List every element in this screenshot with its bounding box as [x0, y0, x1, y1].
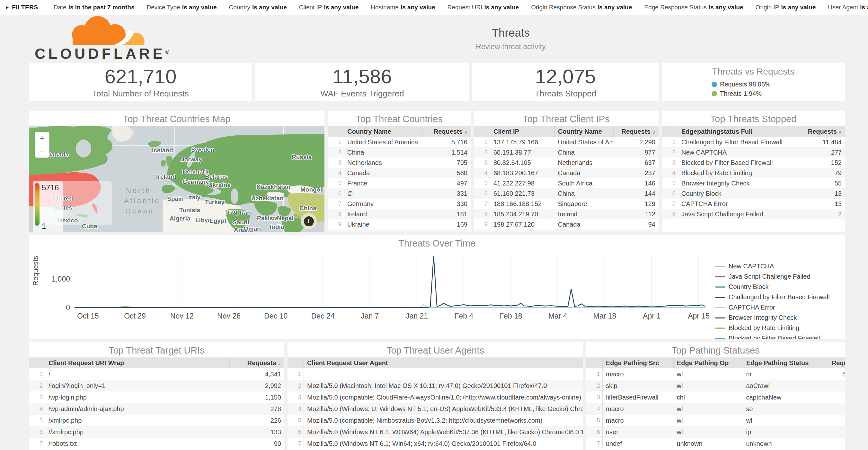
cell[interactable]: 181: [423, 209, 471, 219]
cell[interactable]: Netherlands: [344, 157, 423, 168]
cell[interactable]: 90: [230, 438, 285, 449]
cell[interactable]: China: [344, 147, 423, 157]
cell[interactable]: /robots.txt: [45, 438, 230, 449]
map-info-button[interactable]: i: [301, 213, 317, 229]
cell[interactable]: /login/?login_only=1: [45, 380, 230, 391]
cell[interactable]: 94: [614, 219, 659, 230]
cell[interactable]: Mozilla/5.0 (Windows; U; Windows NT 5.1;…: [304, 403, 583, 415]
cell[interactable]: wl: [674, 403, 743, 415]
cell[interactable]: 330: [423, 199, 471, 209]
legend-item[interactable]: Requests 98.06%: [712, 81, 795, 88]
cell[interactable]: 112: [614, 209, 659, 219]
cell[interactable]: Netherlands: [555, 157, 614, 168]
cell[interactable]: Mozilla/5.0 (Macintosh; Intel Mac OS X 1…: [304, 380, 583, 391]
cell[interactable]: unknown: [743, 438, 817, 449]
cell[interactable]: undef: [603, 438, 674, 449]
cell[interactable]: /wp-login.php: [45, 391, 230, 403]
cell[interactable]: Browser Integrity Check: [678, 178, 790, 188]
cell[interactable]: New CAPTCHA: [678, 147, 790, 157]
column-header-edge-pathing-status[interactable]: Edge Pathing Status: [743, 357, 817, 368]
cell[interactable]: 129: [614, 199, 659, 209]
cell[interactable]: 188.166.188.152: [490, 199, 555, 209]
legend-item[interactable]: Threats 1.94%: [712, 90, 795, 97]
filter-client-ip[interactable]: Client IPis any value: [299, 4, 359, 11]
cell[interactable]: wl: [674, 415, 743, 426]
cell[interactable]: skip: [603, 380, 674, 391]
cell[interactable]: Singapore: [344, 230, 423, 232]
cell[interactable]: 278: [230, 403, 285, 415]
filter-request-uri[interactable]: Request URIis any value: [447, 4, 519, 11]
cell[interactable]: Blocked by Rate Limiting: [678, 168, 790, 178]
cell[interactable]: 68.183.200.167: [490, 168, 555, 178]
filter-date[interactable]: Dateis in the past 7 months: [54, 4, 134, 11]
cell[interactable]: 61.160.221.73: [490, 188, 555, 199]
cell[interactable]: Mozilla/5.0 (Windows NT 6.1; Win64; x64;…: [304, 438, 583, 449]
cell[interactable]: nr: [743, 368, 817, 380]
cell[interactable]: ip: [743, 426, 817, 438]
column-header-country-name[interactable]: Country Name: [344, 126, 423, 137]
cell[interactable]: 1,150: [230, 391, 285, 403]
cell[interactable]: 226: [230, 415, 285, 426]
cell[interactable]: 41.222.227.98: [490, 178, 555, 188]
cell[interactable]: Canada: [344, 168, 423, 178]
filter-country[interactable]: Countryis any value: [229, 4, 286, 11]
cell[interactable]: 237: [614, 168, 659, 178]
cell[interactable]: ∅: [344, 188, 423, 199]
cell[interactable]: 37,834: [817, 380, 845, 391]
cell[interactable]: China: [555, 188, 614, 199]
cell[interactable]: 13: [790, 188, 845, 199]
legend-item[interactable]: Browser Integrity Check: [715, 314, 832, 322]
cell[interactable]: 137.175.79.166: [490, 137, 555, 147]
cell[interactable]: 60.191.38.77: [490, 147, 555, 157]
legend-item[interactable]: Java Script Challenge Failed: [715, 273, 832, 280]
filter-user-agent[interactable]: User Agentis any value: [828, 4, 868, 11]
cell[interactable]: 554,758: [817, 368, 845, 380]
cell[interactable]: 152: [790, 157, 845, 168]
column-header-requests[interactable]: Requests∨: [790, 126, 845, 137]
cell[interactable]: 133: [230, 426, 285, 438]
filter-edge-response-status[interactable]: Edge Response Statusis any value: [644, 4, 743, 11]
column-header-client-request-uri-wrap[interactable]: Client Request URI Wrap: [45, 357, 230, 368]
cell[interactable]: China: [555, 147, 614, 157]
column-header-edge-pathing-src[interactable]: Edge Pathing Src: [603, 357, 674, 368]
cell[interactable]: se: [743, 403, 817, 415]
cell[interactable]: 1,168: [817, 438, 845, 449]
column-header-requests[interactable]: Requests∨: [423, 126, 471, 137]
cell[interactable]: Ukraine: [344, 219, 423, 230]
cell[interactable]: Mozilla/5.0 (Windows NT 6.1; WOW64) Appl…: [304, 426, 583, 438]
cell[interactable]: Blocked by Filter Based Firewall: [678, 157, 790, 168]
legend-item[interactable]: New CAPTCHA: [715, 263, 832, 270]
cell[interactable]: 88: [614, 230, 659, 232]
filter-origin-response-status[interactable]: Origin Response Statusis any value: [531, 4, 632, 11]
cell[interactable]: 169: [423, 219, 471, 230]
cell[interactable]: chl: [674, 391, 743, 403]
filter-hostname[interactable]: Hostnameis any value: [371, 4, 435, 11]
cell[interactable]: 5,716: [423, 137, 471, 147]
cell[interactable]: 2,992: [230, 380, 285, 391]
map-zoom-out-button[interactable]: −: [35, 145, 49, 157]
cell[interactable]: //xmlrpc.php: [45, 426, 230, 438]
map-zoom-in-button[interactable]: +: [35, 132, 49, 145]
cell[interactable]: 61.160.247.127: [490, 230, 555, 232]
column-header-requests[interactable]: Requests∨: [817, 357, 845, 368]
cell[interactable]: Ireland: [555, 209, 614, 219]
column-header-requests[interactable]: Requests∨: [230, 357, 285, 368]
cell[interactable]: wl: [674, 368, 743, 380]
cell[interactable]: /: [45, 368, 230, 380]
cell[interactable]: 11,484: [790, 137, 845, 147]
cell[interactable]: 144: [614, 188, 659, 199]
legend-item[interactable]: Blocked by Rate Limiting: [715, 324, 832, 332]
filters-expand-icon[interactable]: ▶: [6, 5, 9, 10]
cell[interactable]: 560: [423, 168, 471, 178]
cell[interactable]: 331: [423, 188, 471, 199]
cell[interactable]: Canada: [555, 168, 614, 178]
cell[interactable]: 6,595: [817, 415, 845, 426]
cell[interactable]: /wp-admin/admin-ajax.php: [45, 403, 230, 415]
cell[interactable]: South Africa: [555, 178, 614, 188]
cell[interactable]: Java Script Challenge Failed: [678, 209, 790, 219]
filter-origin-ip[interactable]: Origin IPis any value: [755, 4, 816, 11]
cell[interactable]: macro: [603, 415, 674, 426]
map-canvas[interactable]: CanadaUnitedStatesMexicoCubaIcelandIrela…: [29, 126, 324, 232]
cell[interactable]: Challenged by Filter Based Firewall: [678, 137, 790, 147]
cell[interactable]: wl: [674, 380, 743, 391]
